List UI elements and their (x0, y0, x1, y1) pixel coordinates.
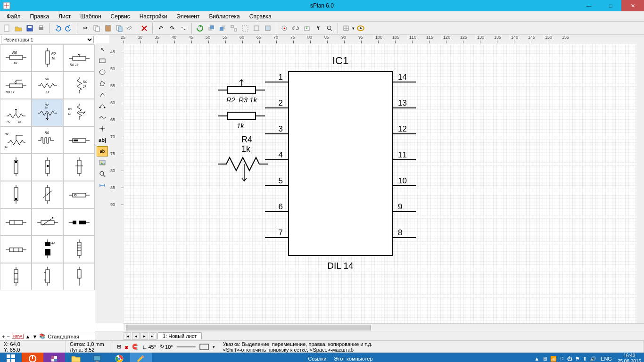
tray-icon[interactable]: 📶 (550, 356, 557, 362)
lib-item[interactable]: R01k (0, 99, 32, 126)
task-computer[interactable] (87, 353, 108, 362)
lib-item[interactable]: R01k (63, 72, 95, 99)
find-icon[interactable] (313, 23, 323, 33)
refresh-icon[interactable] (195, 23, 205, 33)
minus-icon[interactable]: − (7, 334, 9, 339)
menu-edit[interactable]: Правка (25, 12, 54, 21)
circle-tool-icon[interactable] (97, 67, 108, 77)
lib-book-icon[interactable]: 📚 (39, 333, 46, 339)
menu-file[interactable]: Файл (2, 12, 25, 21)
zoom-tool-icon[interactable] (97, 169, 108, 179)
minimize-button[interactable]: — (578, 0, 600, 11)
fill-style-icon[interactable] (199, 344, 209, 350)
select-tool-icon[interactable]: ↖ (97, 44, 108, 55)
spline-tool-icon[interactable] (97, 112, 108, 123)
menu-settings[interactable]: Настройки (135, 12, 172, 21)
delete-icon[interactable] (139, 23, 149, 33)
textbox-tool-icon[interactable]: ab (97, 146, 108, 156)
menu-help[interactable]: Справка (245, 12, 276, 21)
line-style-icon[interactable] (177, 344, 196, 350)
link-icon[interactable] (290, 23, 301, 33)
tray-icon[interactable]: ⏻ (567, 356, 572, 362)
menu-template[interactable]: Шаблон (75, 12, 106, 21)
lib-item[interactable] (0, 208, 32, 236)
task-app1[interactable] (22, 353, 43, 362)
task-chrome[interactable] (108, 353, 130, 362)
more2-icon[interactable] (263, 23, 273, 33)
grid-icon[interactable] (341, 23, 351, 33)
sheet-first-icon[interactable]: |◂ (124, 332, 131, 340)
plus-icon[interactable]: + (2, 334, 5, 339)
lib-item[interactable] (32, 208, 63, 236)
print-icon[interactable] (36, 23, 46, 33)
tray-icon[interactable]: ⚐ (560, 356, 564, 362)
tray-icon[interactable]: ⬆ (583, 356, 587, 362)
lib-item[interactable] (63, 263, 95, 290)
snap-toggle-icon[interactable]: ◙ (125, 344, 128, 350)
canvas[interactable]: IC1 DIL 14 1234567 141312111098 R2 R3 1k (124, 43, 636, 323)
lib-item[interactable] (0, 181, 32, 208)
lib-item[interactable] (0, 154, 32, 181)
flip-h-icon[interactable]: ⇋ (178, 23, 189, 33)
menu-library[interactable]: Библиотека (204, 12, 244, 21)
poly-tool-icon[interactable] (97, 78, 108, 89)
paste-icon[interactable] (103, 23, 113, 33)
node-tool-icon[interactable] (97, 123, 108, 134)
close-button[interactable]: ✕ (621, 0, 644, 11)
lib-item[interactable] (0, 236, 32, 263)
taskbar-link1[interactable]: Ссылки (308, 356, 327, 362)
cut-icon[interactable]: ✂ (80, 23, 91, 33)
lib-item[interactable] (32, 263, 63, 290)
lib-item[interactable] (63, 208, 95, 236)
magnet-icon[interactable]: 🧲 (132, 344, 139, 350)
back-icon[interactable] (217, 23, 228, 33)
lib-up-icon[interactable]: ▲ (25, 334, 31, 339)
redo-icon[interactable] (64, 23, 74, 33)
lib-item[interactable]: R0 (32, 236, 63, 263)
lib-item[interactable] (63, 154, 95, 181)
lib-item[interactable] (63, 181, 95, 208)
curve-tool-icon[interactable] (97, 101, 108, 111)
lib-item[interactable]: R01k (0, 44, 32, 72)
taskbar-link2[interactable]: Этот компьютер (334, 356, 372, 362)
ungroup-icon[interactable] (240, 23, 250, 33)
task-splan[interactable] (130, 353, 152, 362)
text-tool-icon[interactable]: ab| (97, 135, 108, 145)
lib-item[interactable] (63, 236, 95, 263)
lib-item[interactable]: R01k (32, 44, 63, 72)
lib-item[interactable] (32, 154, 63, 181)
open-icon[interactable] (13, 23, 24, 33)
rotate-right-icon[interactable]: ↷ (167, 23, 177, 33)
sheet-prev-icon[interactable]: ◂ (132, 332, 140, 340)
undo-icon[interactable] (52, 23, 63, 33)
more-icon[interactable] (251, 23, 262, 33)
lib-item[interactable]: R01k (63, 99, 95, 126)
save-icon[interactable] (25, 23, 35, 33)
sheet-next-icon[interactable]: ▸ (140, 332, 148, 340)
task-app2[interactable] (43, 353, 65, 362)
copy-icon[interactable] (91, 23, 102, 33)
tray-icon[interactable]: 🔊 (590, 356, 596, 362)
lib-item[interactable]: R0 (32, 126, 63, 154)
lib-item[interactable] (32, 181, 63, 208)
lib-mode-label[interactable]: Стандартная (48, 334, 79, 339)
lib-item[interactable]: R01k (0, 126, 32, 154)
tray-lang[interactable]: ENG (601, 356, 612, 362)
lib-down-icon[interactable]: ▼ (32, 334, 37, 339)
scrollbar-vertical[interactable] (636, 43, 644, 323)
library-category-select[interactable]: Резисторы 1 (1, 36, 94, 43)
tray-icon[interactable]: 🖥 (542, 356, 547, 362)
sheet-last-icon[interactable]: ▸| (149, 332, 157, 340)
menu-element[interactable]: Элемент (172, 12, 205, 21)
search-icon[interactable] (324, 23, 335, 33)
taskbar-clock[interactable]: 16:43 25.08.2015 (618, 353, 641, 362)
lib-item[interactable]: R01k (32, 72, 63, 99)
new-icon[interactable] (2, 23, 12, 33)
zoom-extent-icon[interactable] (355, 23, 366, 33)
lib-item[interactable]: R0 1k (0, 72, 32, 99)
line-tool-icon[interactable] (97, 90, 108, 100)
lib-new-icon[interactable]: NEW (12, 334, 24, 339)
start-button[interactable] (0, 353, 22, 362)
measure-tool-icon[interactable] (97, 180, 108, 190)
front-icon[interactable] (206, 23, 216, 33)
